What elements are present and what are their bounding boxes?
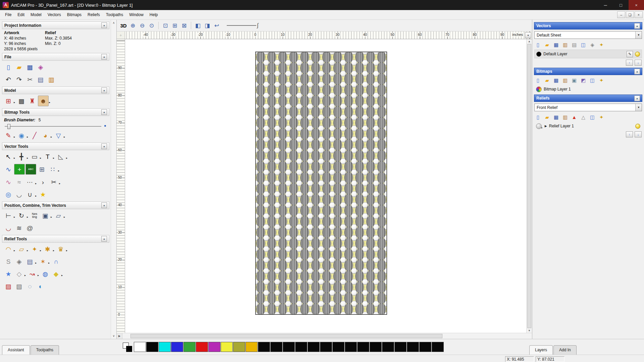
model-materials-icon[interactable]: ▩ [16,96,26,106]
texture-flow-icon[interactable]: ◐ [36,281,46,291]
maximize-button[interactable]: □ [613,0,629,10]
menu-window[interactable]: Window [126,11,147,19]
merge-bitmap-layers-icon[interactable]: ▣ [570,76,578,84]
scroll-down-icon[interactable]: ∨ [111,334,116,338]
scroll-up-icon[interactable]: ∧ [111,21,116,24]
assistant-panel-scrollbar[interactable]: ∧ ∨ [111,20,116,339]
smooth-relief-icon[interactable]: ▱ [16,244,26,254]
mdi-restore-button[interactable]: ❏ [626,11,634,18]
close-button[interactable]: × [629,0,644,10]
file-section-collapse-button[interactable]: ▲ [101,54,107,60]
project-information-collapse-button[interactable]: ▲ [101,22,107,28]
two-rail-sweep-flyout-arrow-icon[interactable]: ▸ [38,274,39,277]
text-tool-abc-icon[interactable]: ABC [25,164,36,175]
transform-vectors-flyout-arrow-icon[interactable]: ▸ [27,157,28,160]
load-relief-image-flyout-arrow-icon[interactable]: ▸ [49,101,50,104]
menu-reliefs[interactable]: Reliefs [85,11,103,19]
colour-swatch-gold[interactable] [246,342,258,352]
colour-swatch-black-15[interactable] [419,342,431,352]
model-section-collapse-button[interactable]: ▲ [101,87,107,93]
array-copy-flyout-arrow-icon[interactable]: ▸ [58,169,59,172]
ruler-unit-dropdown[interactable]: ▾ [525,32,531,38]
set-model-size-icon[interactable]: ⊞ [3,96,13,106]
extrude-relief-icon[interactable]: ◇ [14,269,24,279]
measure-tool-icon[interactable]: ◺ [56,152,66,162]
colour-swatch-black-2[interactable] [258,342,270,352]
colour-swatch-red[interactable] [196,342,208,352]
shape-editor-icon[interactable]: ◠ [3,244,13,254]
zoom-1-to-1-button[interactable]: ⊞ [170,21,179,30]
scroll-down-arrow-icon[interactable]: ▼ [527,329,532,332]
position-combine-collapse-button[interactable]: ▲ [101,202,107,208]
create-text-flyout-arrow-icon[interactable]: ▸ [53,157,54,160]
block-copy-rotate-flyout-arrow-icon[interactable]: ▸ [27,216,28,219]
new-vector-layer-icon[interactable]: ▯ [534,41,542,49]
tab-assistant[interactable]: Assistant [2,345,30,355]
colour-swatch-black-13[interactable] [394,342,407,352]
block-copy-rotate-icon[interactable]: ↻ [16,210,26,221]
save-vector-layer-icon[interactable]: ▦ [552,41,560,49]
menu-model[interactable]: Model [28,11,45,19]
menu-vectors[interactable]: Vectors [45,11,64,19]
shape-editor-flyout-arrow-icon[interactable]: ▸ [14,249,15,252]
vertical-scrollbar[interactable]: ▲ ▼ [526,39,532,333]
layer-colour-icon[interactable] [536,52,541,57]
vectors-collapse-button[interactable]: ▲ [634,23,640,29]
colour-swatch-black-16[interactable] [432,342,444,352]
flood-fill-flyout-arrow-icon[interactable]: ▸ [27,135,28,138]
flood-fill-icon[interactable]: ◉ [16,130,26,140]
relief-visibility-bulb-icon[interactable] [635,124,640,129]
move-layer-down-button[interactable]: ↓ [635,60,642,66]
vector-tools-collapse-button[interactable]: ▲ [101,143,107,149]
create-rectangle-icon[interactable]: ▭ [30,152,40,162]
align-to-curve-flyout-arrow-icon[interactable]: ▸ [51,216,52,219]
relief-layer-wizard-icon[interactable]: ✦ [597,113,605,121]
zoom-in-button[interactable]: ⊕ [128,21,138,30]
create-freehand-icon[interactable]: ∿ [3,164,13,174]
model-manager-icon[interactable]: ◈ [36,62,46,72]
new-model-icon[interactable]: ▯ [3,62,13,72]
nesting-icon[interactable]: Nes ting [30,210,40,221]
colour-swatch-cyan[interactable] [159,342,171,352]
import-vectors-icon[interactable]: ▥ [561,41,569,49]
save-bitmap-layer-icon[interactable]: ▦ [552,76,560,84]
mdi-close-button[interactable]: × [635,11,643,18]
zoom-previous-button[interactable]: ⊙ [147,21,156,30]
emboss-relief-icon[interactable]: ✶ [38,256,48,266]
relief-layer-row[interactable]: + ▶ Relief Layer 1 [534,122,642,130]
angled-plane-flyout-arrow-icon[interactable]: ▸ [61,274,63,277]
vector-doctor-icon[interactable]: ★ [38,189,48,199]
colour-swatch-olive[interactable] [233,342,245,352]
create-rectangle-flyout-arrow-icon[interactable]: ▸ [40,157,41,160]
menu-file[interactable]: File [2,11,14,19]
extrude-relief-flyout-arrow-icon[interactable]: ▸ [24,274,26,277]
vector-layer-row[interactable]: Default Layer ✎ [534,50,642,58]
edit-layer-icon[interactable]: ✎ [627,51,633,57]
menu-help[interactable]: Help [147,11,161,19]
fit-arcs-flyout-arrow-icon[interactable]: ▸ [35,182,37,185]
relief-envelope-icon[interactable]: ▧ [14,281,24,291]
chevron-down-icon[interactable]: ▼ [635,32,642,39]
bitmap-layer-wizard-icon[interactable]: ✦ [597,76,605,84]
measure-tool-flyout-arrow-icon[interactable]: ▸ [66,157,67,160]
brush-diameter-slider[interactable] [5,124,106,129]
delete-bitmap-layer-icon[interactable]: ◫ [588,76,596,84]
emboss-relief-flyout-arrow-icon[interactable]: ▸ [48,261,50,264]
smooth-polyline-icon[interactable]: ≈ [14,177,24,187]
join-vectors-icon[interactable]: ∪ [25,189,35,199]
paint-brush-icon[interactable]: ✎ [3,130,13,140]
artwork-panel[interactable] [255,52,387,315]
align-to-curve-icon[interactable]: ▣ [40,210,50,221]
open-relief-layer-icon[interactable]: ▰ [543,113,551,121]
bitmap-to-vector-icon[interactable]: ⊞ [37,164,47,174]
delete-vector-layer-icon[interactable]: ◫ [579,41,587,49]
group-vectors-icon[interactable]: ▱ [53,210,63,221]
colour-picker-icon[interactable]: ╱ [30,130,40,140]
menu-bitmaps[interactable]: Bitmaps [64,11,85,19]
primary-colour-swatch[interactable] [122,342,132,352]
toggle-left-pane-button[interactable]: ◧ [193,21,203,30]
texture-relief-icon[interactable]: ✱ [43,244,53,254]
two-rail-sweep-icon[interactable]: ↝ [27,269,37,279]
move-relief-down-button[interactable]: ↓ [635,131,642,137]
join-vectors-flyout-arrow-icon[interactable]: ▸ [35,194,37,197]
